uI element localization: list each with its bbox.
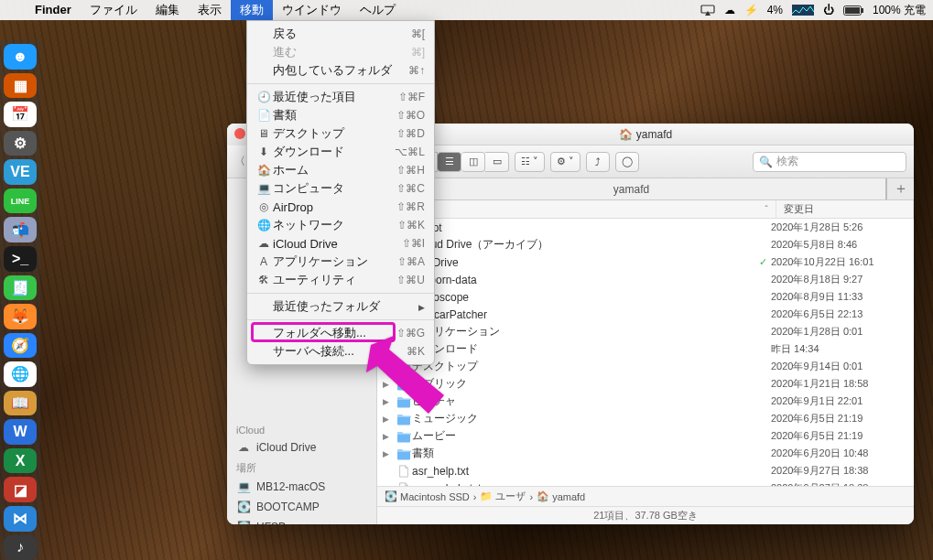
sidebar-item-icon: ☁ [236,440,251,455]
disclosure-triangle[interactable]: ▶ [383,397,396,406]
dock-app[interactable]: X [4,448,37,474]
path-segment[interactable]: 💽Macintosh SSD [385,490,470,502]
dock-app[interactable]: 🌐 [4,361,37,387]
close-button[interactable] [234,128,245,139]
new-tab-button[interactable]: ＋ [886,178,914,199]
menu-ファイル[interactable]: ファイル [81,0,146,20]
dock-app[interactable]: 🦊 [4,304,37,329]
gallery-view-button[interactable]: ▭ [485,152,509,172]
dock: ☻▦📅⚙VELINE📬>_🧾🦊🧭🌐📖WX◪⋈♪ [0,40,40,560]
menu-item-AirDrop[interactable]: ◎AirDrop⇧⌘R [247,198,434,216]
menu-item-内包しているフォルダ[interactable]: 内包しているフォルダ⌘↑ [247,61,434,80]
menu-item-label: サーバへ接続... [273,343,407,360]
column-name[interactable]: 名前ˆ [377,200,776,218]
dock-app[interactable]: 📅 [4,102,37,127]
menu-item-ダウンロード[interactable]: ⬇ダウンロード⌥⌘L [247,143,434,161]
file-row[interactable]: ▶書類2020年6月20日 10:48 [377,445,914,462]
file-row[interactable]: cn_rn_help.txt2020年9月27日 18:38 [377,479,914,486]
sidebar-item-iCloud Drive[interactable]: ☁iCloud Drive [227,437,376,458]
file-row[interactable]: asr_help.txt2020年9月27日 18:38 [377,462,914,479]
disclosure-triangle[interactable]: ▶ [383,415,396,424]
file-row[interactable]: ▶デスクトップ2020年9月14日 0:01 [377,358,914,375]
dock-app[interactable]: ⋈ [4,506,37,532]
menu-item-shortcut [415,300,425,313]
finder-tab[interactable]: yamafd [377,178,886,199]
file-row[interactable]: ▶ダウンロード昨日 14:34 [377,340,914,358]
file-name: asr_help.txt [412,465,754,478]
dock-app[interactable]: ▦ [4,73,37,99]
dock-app[interactable]: 📖 [4,391,37,416]
menu-移動[interactable]: 移動 [231,0,273,20]
list-view-button[interactable]: ☰ [438,152,461,172]
search-field[interactable]: 🔍 検索 [753,152,906,172]
path-segment[interactable]: 📁ユーザ [480,490,526,503]
power-icon[interactable]: ⏻ [823,4,834,16]
menu-item-フォルダへ移動...[interactable]: フォルダへ移動...⇧⌘G [247,324,434,342]
disclosure-triangle[interactable]: ▶ [383,432,396,441]
menu-item-ホーム[interactable]: 🏠ホーム⇧⌘H [247,161,434,179]
action-button[interactable]: ⚙ ˅ [550,152,580,172]
file-row[interactable]: ▶iCloud Drive（アーカイブ）2020年5月8日 8:46 [377,236,914,253]
menu-item-iCloud Drive[interactable]: ☁iCloud Drive⇧⌘I [247,234,434,253]
file-name: ダウンロード [412,341,754,357]
dock-app[interactable]: >_ [4,246,37,272]
menu-item-アプリケーション[interactable]: Aアプリケーション⇧⌘A [247,253,434,271]
dock-app[interactable]: VE [4,159,37,185]
battery-icon[interactable] [843,5,863,16]
column-date[interactable]: 変更日 [776,200,914,218]
menu-item-コンピュータ[interactable]: 💻コンピュータ⇧⌘C [247,179,434,198]
sidebar-item-BOOTCAMP[interactable]: 💽BOOTCAMP [227,497,376,517]
dock-app[interactable]: 📬 [4,217,37,242]
app-name[interactable]: Finder [26,0,81,20]
file-row[interactable]: ▶serposcope2020年8月9日 11:33 [377,288,914,306]
file-row[interactable]: ▶OneDrive✓2020年10月22日 16:01 [377,253,914,271]
menu-item-ユーティリティ[interactable]: 🛠ユーティリティ⇧⌘U [247,271,434,289]
sidebar-item-HFSP[interactable]: 💽HFSP [227,517,376,524]
arrange-button[interactable]: ☷ ˅ [515,152,545,172]
menu-ヘルプ[interactable]: ヘルプ [351,0,405,20]
menu-item-書類[interactable]: 📄書類⇧⌘O [247,106,434,124]
airplay-icon[interactable] [700,5,715,16]
dock-app[interactable]: ◪ [4,477,37,502]
dock-app[interactable]: 🧾 [4,275,37,301]
lightning-icon: ⚡ [744,4,758,16]
dock-app[interactable]: ♪ [4,535,37,560]
dock-app[interactable]: W [4,419,37,445]
dock-app[interactable]: LINE [4,188,37,214]
dock-app[interactable]: 🧭 [4,333,37,359]
file-row[interactable]: ▶ムービー2020年6月5日 21:19 [377,427,914,445]
menu-表示[interactable]: 表示 [189,0,231,20]
dock-app[interactable]: ☻ [4,44,37,70]
file-row[interactable]: ▶seaborn-data2020年8月18日 9:27 [377,271,914,288]
dock-app[interactable]: ⚙ [4,131,37,156]
file-row[interactable]: ▶SidecarPatcher2020年6月5日 22:13 [377,306,914,323]
activity-graph-icon[interactable] [792,5,814,16]
menu-item-shortcut: ⇧⌘D [396,127,425,140]
menu-item-ネットワーク[interactable]: 🌐ネットワーク⇧⌘K [247,216,434,234]
file-row[interactable]: ▶Godot2020年1月28日 5:26 [377,219,914,236]
file-row[interactable]: ▶アプリケーション2020年1月28日 0:01 [377,323,914,340]
sidebar-item-MB12-macOS[interactable]: 💻MB12-macOS [227,477,376,497]
menu-ウインドウ[interactable]: ウインドウ [273,0,351,20]
nav-back-button[interactable]: 〈 [234,154,245,169]
column-view-button[interactable]: ◫ [461,152,485,172]
menu-item-最近使った項目[interactable]: 🕘最近使った項目⇧⌘F [247,88,434,106]
file-row[interactable]: ▶ピクチャ2020年9月1日 22:01 [377,393,914,410]
share-button[interactable]: ⤴ [586,152,610,172]
menu-item-サーバへ接続...[interactable]: サーバへ接続...⌘K [247,342,434,361]
menu-item-戻る[interactable]: 戻る⌘[ [247,25,434,43]
menu-item-最近使ったフォルダ[interactable]: 最近使ったフォルダ [247,297,434,316]
file-name: Godot [412,221,754,234]
menu-item-デスクトップ[interactable]: 🖥デスクトップ⇧⌘D [247,124,434,143]
disclosure-triangle[interactable]: ▶ [383,380,396,389]
menu-編集[interactable]: 編集 [146,0,189,20]
file-row[interactable]: ▶ミュージック2020年6月5日 21:19 [377,410,914,427]
menu-item-shortcut: ⇧⌘G [396,327,425,339]
menu-item-shortcut: ⇧⌘U [396,274,425,286]
path-segment[interactable]: 🏠yamafd [537,490,585,502]
menu-item-shortcut: ⇧⌘A [397,255,425,268]
cloud-icon[interactable]: ☁ [724,4,735,16]
disclosure-triangle[interactable]: ▶ [383,449,396,458]
tags-button[interactable]: ◯ [615,152,639,172]
file-row[interactable]: ▶パブリック2020年1月21日 18:58 [377,375,914,393]
